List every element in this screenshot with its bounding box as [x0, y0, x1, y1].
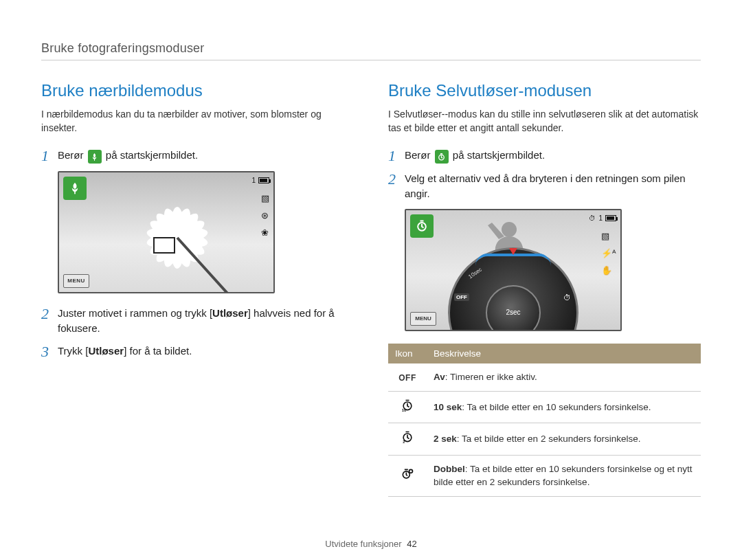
- menu-button: MENU: [63, 274, 89, 288]
- screen-top-right: 1: [251, 177, 269, 184]
- screen-top-right: ⏱ 1: [589, 214, 616, 222]
- exposure-icon: ▧: [601, 231, 616, 241]
- screen-right-icons: ▧ ⚡ᴬ ✋: [601, 231, 616, 276]
- step-number: 1: [388, 148, 405, 164]
- step-text: Velg et alternativ ved å dra bryteren i …: [405, 171, 701, 202]
- selftimer-intro: I Selvutløser--modus kan du stille inn s…: [388, 107, 701, 135]
- r-step1-pre: Berør: [405, 149, 434, 161]
- shot-count: 1: [251, 177, 256, 184]
- footer-page-number: 42: [407, 539, 416, 549]
- step-text: Juster motivet i rammen og trykk [Utløse…: [58, 306, 354, 337]
- step1-post: på startskjermbildet.: [106, 149, 198, 161]
- closeup-step-3: 3 Trykk [Utløser] for å ta bildet.: [41, 344, 354, 360]
- th-icon: Ikon: [388, 344, 427, 363]
- breadcrumb: Bruke fotograferingsmoduser: [41, 41, 701, 60]
- selftimer-step-2: 2 Velg et alternativ ved å dra bryteren …: [388, 171, 701, 202]
- step-number: 2: [388, 171, 405, 188]
- closeup-heading: Bruke nærbildemodus: [41, 81, 354, 100]
- icon-2sec: 2: [388, 423, 427, 455]
- timer-options-table: Ikon Beskrivelse OFF Av: Timeren er ikke…: [388, 344, 701, 497]
- stabilizer-icon: ✋: [601, 265, 616, 276]
- svg-point-13: [502, 222, 517, 237]
- menu-button: MENU: [410, 312, 436, 326]
- dial-label-10sec: 10sec: [467, 266, 483, 280]
- exposure-icon: ▧: [261, 193, 269, 203]
- dial-label-off: OFF: [454, 293, 469, 301]
- desc-double: Dobbel: Ta et bilde etter en 10 sekunder…: [427, 455, 701, 496]
- table-row: OFF Av: Timeren er ikke aktiv.: [388, 363, 701, 392]
- macro-icon: ❀: [261, 227, 269, 238]
- dial-arc: [475, 254, 551, 266]
- svg-rect-0: [74, 191, 76, 194]
- dial-marker: [509, 248, 517, 255]
- mode-chip-timer: [410, 214, 434, 238]
- svg-text:10: 10: [402, 408, 406, 412]
- selftimer-heading: Bruke Selvutløser-modusen: [388, 81, 701, 100]
- flash-auto-icon: ⚡ᴬ: [601, 248, 616, 258]
- manual-page: Bruke fotograferingsmoduser Bruke nærbil…: [0, 0, 742, 511]
- mode-chip-tulip: [63, 177, 87, 200]
- step-number: 2: [41, 306, 58, 322]
- dial-double-icon: ⏱: [563, 293, 571, 302]
- icon-off: OFF: [388, 363, 427, 392]
- flower-graphic: [112, 179, 243, 293]
- closeup-step-1: 1 Berør på startskjermbildet.: [41, 148, 354, 164]
- step3-post: ] for å ta bildet.: [124, 345, 192, 357]
- step-text: Berør på startskjermbildet.: [58, 148, 198, 164]
- step2-pre: Juster motivet i rammen og trykk [: [58, 307, 212, 319]
- step2-bold: Utløser: [212, 307, 248, 319]
- timer-dial: 10sec OFF ⏱ 2sec: [448, 247, 578, 331]
- r-step1-post: på startskjermbildet.: [453, 149, 545, 161]
- table-row: Dobbel: Ta et bilde etter en 10 sekunder…: [388, 455, 701, 496]
- tulip-icon: [68, 181, 82, 195]
- closeup-intro: I nærbildemodus kan du ta nærbilder av m…: [41, 107, 354, 135]
- svg-point-19: [409, 469, 413, 473]
- table-row: 2 2 sek: Ta et bilde etter en 2 sekunder…: [388, 423, 701, 455]
- icon-double: [388, 455, 427, 496]
- shot-count: 1: [598, 214, 603, 222]
- step3-pre: Trykk [: [58, 345, 88, 357]
- desc-2sec: 2 sek: Ta et bilde etter en 2 sekunders …: [427, 423, 701, 455]
- step3-bold: Utløser: [88, 345, 124, 357]
- dial-center: 2sec: [486, 285, 541, 331]
- step-text: Berør på startskjermbildet.: [405, 148, 545, 164]
- step-number: 1: [41, 148, 58, 164]
- desc-off: Av: Timeren er ikke aktiv.: [427, 363, 701, 392]
- page-footer: Utvidete funksjoner 42: [0, 539, 742, 549]
- th-desc: Beskrivelse: [427, 344, 701, 363]
- timer-mini-icon: ⏱: [589, 214, 596, 222]
- table-row: 10 10 sek: Ta et bilde etter en 10 sekun…: [388, 392, 701, 423]
- step1-pre: Berør: [58, 149, 87, 161]
- screen-right-icons: ▧ ⊛ ❀: [261, 193, 269, 238]
- selftimer-step-1: 1 Berør på startskjermbildet.: [388, 148, 701, 164]
- battery-icon: [258, 177, 269, 183]
- footer-section: Utvidete funksjoner: [325, 539, 401, 549]
- flash-icon: ⊛: [261, 210, 269, 221]
- left-column: Bruke nærbildemodus I nærbildemodus kan …: [41, 81, 354, 497]
- step-number: 3: [41, 344, 58, 360]
- timer-icon: [415, 219, 429, 233]
- closeup-step-2: 2 Juster motivet i rammen og trykk [Utlø…: [41, 306, 354, 337]
- desc-10sec: 10 sek: Ta et bilde etter en 10 sekunder…: [427, 392, 701, 423]
- content-columns: Bruke nærbildemodus I nærbildemodus kan …: [41, 81, 701, 497]
- timer-icon: [435, 150, 449, 164]
- icon-10sec: 10: [388, 392, 427, 423]
- tulip-icon: [88, 150, 102, 164]
- selftimer-screen-mock: ⏱ 1 ▧ ⚡ᴬ ✋ 10sec OFF: [405, 209, 622, 331]
- right-column: Bruke Selvutløser-modusen I Selvutløser-…: [388, 81, 701, 497]
- closeup-screen-mock: 1 ▧ ⊛ ❀: [58, 171, 275, 293]
- autofocus-box: [153, 237, 175, 254]
- step-text: Trykk [Utløser] for å ta bildet.: [58, 344, 192, 359]
- battery-icon: [605, 215, 616, 221]
